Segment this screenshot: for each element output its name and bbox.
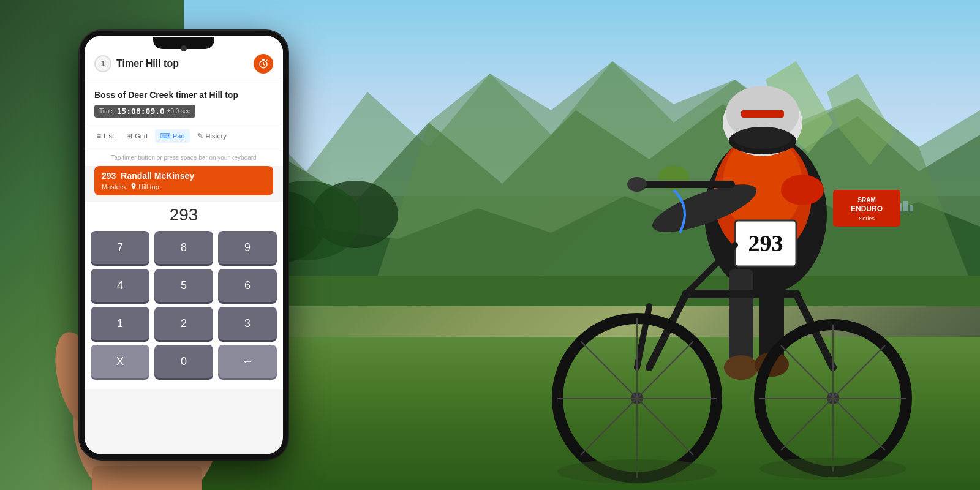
header-left: 1 Timer Hill top <box>94 55 179 72</box>
list-icon: ≡ <box>97 132 101 140</box>
key-3[interactable]: 3 <box>218 307 277 340</box>
tab-grid-label: Grid <box>135 132 148 140</box>
event-info: Boss of Deer Creek timer at Hill top Tim… <box>85 81 283 124</box>
svg-rect-27 <box>729 270 753 368</box>
svg-point-32 <box>627 177 647 192</box>
key-8[interactable]: 8 <box>154 231 213 264</box>
rider-location: Hill top <box>130 183 159 190</box>
phone-screen: 1 Timer Hill top Boss of Deer Creek time… <box>85 36 283 454</box>
svg-text:Series: Series <box>859 216 875 222</box>
rider-main-info: 293 Randall McKinsey <box>102 171 266 181</box>
keypad-row-4: X 0 ← <box>91 345 277 378</box>
grid-icon: ⊞ <box>126 132 132 140</box>
history-icon: ✎ <box>197 132 203 140</box>
tab-list-label: List <box>104 132 114 140</box>
svg-point-50 <box>557 459 717 484</box>
time-display: Time: 15:08:09.0 ±0.0 sec <box>94 105 195 118</box>
key-clear[interactable]: X <box>91 345 149 378</box>
keypad: 7 8 9 4 5 6 1 2 3 X 0 ← <box>85 231 283 389</box>
rider-name: Randall McKinsey <box>121 171 194 181</box>
key-7[interactable]: 7 <box>91 231 149 264</box>
key-backspace[interactable]: ← <box>218 345 277 378</box>
event-title: Boss of Deer Creek timer at Hill top <box>94 90 273 100</box>
rider-details: Masters Hill top <box>102 183 266 190</box>
tab-list[interactable]: ≡ List <box>92 129 119 143</box>
keypad-row-2: 4 5 6 <box>91 269 277 302</box>
svg-text:ENDURO: ENDURO <box>851 205 883 213</box>
key-4[interactable]: 4 <box>91 269 149 302</box>
time-value: 15:08:09.0 <box>117 107 165 116</box>
view-tabs: ≡ List ⊞ Grid ⌨ Pad ✎ History <box>85 124 283 148</box>
key-9[interactable]: 9 <box>218 231 277 264</box>
rider-location-text: Hill top <box>138 183 159 190</box>
phone-device: 1 Timer Hill top Boss of Deer Creek time… <box>80 31 288 459</box>
pin-icon <box>130 183 137 190</box>
time-label: Time: <box>99 108 115 115</box>
svg-point-24 <box>733 127 792 149</box>
key-1[interactable]: 1 <box>91 307 149 340</box>
tab-grid[interactable]: ⊞ Grid <box>121 129 153 143</box>
rider-category: Masters <box>102 183 126 190</box>
biker-scene-svg: 293 SRAM END <box>429 0 980 490</box>
tab-pad-label: Pad <box>173 132 185 140</box>
svg-text:SRAM: SRAM <box>858 197 875 203</box>
svg-point-51 <box>760 458 907 480</box>
tab-history[interactable]: ✎ History <box>192 129 232 143</box>
tab-pad[interactable]: ⌨ Pad <box>155 129 190 143</box>
number-display: 293 <box>85 202 283 231</box>
rider-number: 293 <box>102 171 116 181</box>
tab-history-label: History <box>206 132 227 140</box>
pad-icon: ⌨ <box>160 132 170 140</box>
location-badge: 1 <box>94 55 111 72</box>
app-title: Timer Hill top <box>116 58 179 69</box>
svg-point-56 <box>781 175 824 205</box>
key-2[interactable]: 2 <box>154 307 213 340</box>
phone-notch <box>153 37 214 49</box>
location-number: 1 <box>101 59 105 68</box>
svg-rect-67 <box>92 466 202 490</box>
svg-point-29 <box>724 355 758 380</box>
keypad-row-3: 1 2 3 <box>91 307 277 340</box>
rider-button[interactable]: 293 Randall McKinsey Masters Hill top <box>94 166 273 195</box>
phone-camera <box>181 45 187 51</box>
instruction-text: Tap timer button or press space bar on y… <box>85 148 283 166</box>
clock-svg <box>258 58 269 69</box>
keypad-row-1: 7 8 9 <box>91 231 277 264</box>
timer-icon-button[interactable] <box>254 54 273 74</box>
svg-rect-31 <box>637 181 735 188</box>
svg-text:293: 293 <box>748 230 783 256</box>
time-accuracy: ±0.0 sec <box>167 108 190 115</box>
key-0[interactable]: 0 <box>154 345 213 378</box>
svg-rect-22 <box>741 110 784 118</box>
key-6[interactable]: 6 <box>218 269 277 302</box>
key-5[interactable]: 5 <box>154 269 213 302</box>
